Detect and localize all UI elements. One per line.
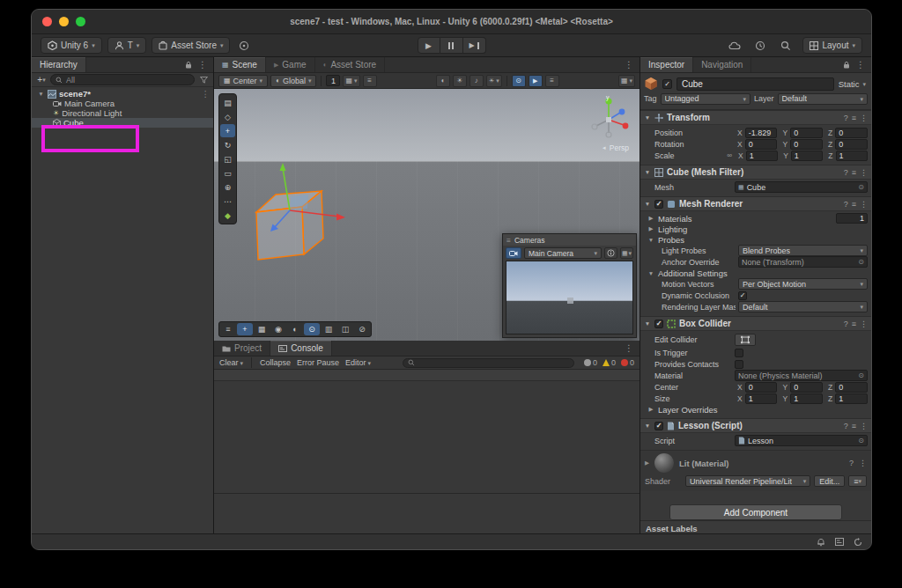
panel-menu-icon[interactable]: ⋮ bbox=[856, 60, 865, 70]
mesh-filter-header[interactable]: ▼ Cube (Mesh Filter) ? ≡ ⋮ bbox=[640, 165, 871, 180]
preset-icon[interactable]: ≡ bbox=[852, 168, 856, 177]
search-filter-icon[interactable] bbox=[197, 74, 210, 85]
center-y-field[interactable]: 0 bbox=[790, 382, 823, 393]
pan-tool[interactable]: ◇ bbox=[220, 110, 235, 123]
drag-handle-icon[interactable]: ≡ bbox=[506, 236, 511, 245]
audio-toggle[interactable]: ♪ bbox=[469, 75, 484, 87]
preset-icon[interactable]: ≡ bbox=[852, 114, 856, 122]
component-enabled-checkbox[interactable]: ✓ bbox=[654, 320, 663, 328]
component-tools-icon[interactable]: ≡ bbox=[545, 75, 559, 87]
foldout-open-icon[interactable]: ▼ bbox=[644, 169, 651, 175]
size-z-field[interactable]: 1 bbox=[835, 393, 868, 404]
pause-button[interactable] bbox=[440, 37, 463, 54]
component-menu-icon[interactable]: ⋮ bbox=[859, 459, 867, 467]
camera-select-dropdown[interactable]: Main Camera ▾ bbox=[524, 247, 602, 259]
tool-handle-position-dropdown[interactable]: ▦ Center ▾ bbox=[218, 75, 268, 87]
overlay-menu-icon[interactable]: ≡ bbox=[220, 323, 236, 335]
lighting-toggle[interactable]: ☀ bbox=[453, 75, 467, 87]
foldout-open-icon[interactable]: ▼ bbox=[644, 320, 651, 327]
warning-count-toggle[interactable]: 0 bbox=[603, 358, 616, 367]
component-enabled-checkbox[interactable]: ✓ bbox=[654, 422, 663, 430]
lock-icon[interactable] bbox=[185, 61, 192, 69]
panel-menu-icon[interactable]: ⋮ bbox=[625, 343, 633, 353]
script-object-field[interactable]: Lesson ⊙ bbox=[735, 435, 868, 446]
snap-overlay-icon[interactable]: ◉ bbox=[270, 323, 286, 335]
mesh-object-field[interactable]: ▦ Cube ⊙ bbox=[735, 181, 868, 193]
position-x-field[interactable]: -1.829 bbox=[745, 128, 778, 138]
position-y-field[interactable]: 0 bbox=[790, 128, 823, 138]
info-count-toggle[interactable]: 0 bbox=[584, 358, 597, 367]
move-overlay-icon[interactable]: + bbox=[237, 323, 253, 335]
tab-project[interactable]: Project bbox=[214, 341, 270, 356]
lighting-foldout[interactable]: ▶ Lighting bbox=[644, 224, 868, 234]
tab-hierarchy[interactable]: Hierarchy bbox=[32, 57, 86, 72]
console-search-input[interactable] bbox=[403, 358, 574, 368]
scene-camera-settings-icon[interactable]: ▶ bbox=[529, 75, 543, 87]
hierarchy-item-directional-light[interactable]: ☀ Directional Light bbox=[32, 108, 213, 118]
shader-dropdown[interactable]: Universal Render Pipeline/Lit ▾ bbox=[685, 475, 810, 487]
hierarchy-item-cube[interactable]: Cube bbox=[32, 118, 213, 128]
camera-view-toggle[interactable] bbox=[506, 247, 521, 259]
lock-icon[interactable] bbox=[843, 61, 850, 69]
add-component-button[interactable]: Add Component bbox=[669, 504, 842, 520]
perspective-label[interactable]: ◄ Persp bbox=[602, 143, 629, 152]
error-pause-toggle[interactable]: Error Pause bbox=[297, 358, 339, 367]
cameras-overlay-icon[interactable]: ◫ bbox=[337, 323, 353, 335]
motion-vectors-dropdown[interactable]: Per Object Motion ▾ bbox=[738, 278, 868, 290]
object-picker-icon[interactable]: ⊙ bbox=[858, 371, 864, 379]
hierarchy-item-main-camera[interactable]: Main Camera bbox=[32, 99, 213, 108]
selected-cube-object[interactable] bbox=[239, 161, 371, 271]
effects-dropdown[interactable]: ☀ ▾ bbox=[486, 75, 502, 87]
plugin-icon[interactable] bbox=[235, 37, 253, 54]
gameobject-name-field[interactable]: Cube bbox=[676, 77, 834, 91]
console-status-icon[interactable] bbox=[835, 538, 844, 546]
foldout-open-icon[interactable]: ▼ bbox=[37, 91, 45, 97]
panel-menu-icon[interactable]: ⋮ bbox=[625, 60, 633, 70]
position-z-field[interactable]: 0 bbox=[835, 128, 868, 138]
help-icon[interactable]: ? bbox=[844, 114, 848, 122]
probes-foldout[interactable]: ▼ Probes bbox=[644, 234, 868, 245]
anchor-override-field[interactable]: None (Transform) ⊙ bbox=[738, 256, 868, 268]
help-icon[interactable]: ? bbox=[844, 320, 848, 328]
box-collider-header[interactable]: ▼ ✓ Box Collider ? ≡ ⋮ bbox=[640, 317, 871, 331]
progress-refresh-icon[interactable] bbox=[854, 538, 862, 547]
step-button[interactable]: ▶ bbox=[463, 37, 486, 54]
rotation-x-field[interactable]: 0 bbox=[745, 139, 778, 150]
layer-overrides-foldout[interactable]: ▶ Layer Overrides bbox=[644, 404, 868, 415]
light-probes-dropdown[interactable]: Blend Probes ▾ bbox=[738, 245, 868, 256]
search-icon[interactable] bbox=[777, 37, 795, 54]
search-overlay-icon[interactable]: ⊙ bbox=[304, 323, 320, 335]
object-picker-icon[interactable]: ⊙ bbox=[858, 437, 864, 445]
play-button[interactable]: ▶ bbox=[418, 37, 440, 54]
foldout-open-icon[interactable]: ▼ bbox=[644, 201, 651, 207]
edit-collider-button[interactable] bbox=[735, 334, 756, 346]
help-icon[interactable]: ? bbox=[849, 459, 854, 467]
tab-asset-store[interactable]: ◐ Asset Store bbox=[315, 57, 386, 72]
component-menu-icon[interactable]: ⋮ bbox=[860, 114, 868, 122]
size-x-field[interactable]: 1 bbox=[745, 393, 778, 404]
tab-console[interactable]: Console bbox=[270, 341, 332, 356]
minimize-button[interactable] bbox=[59, 17, 69, 26]
notification-bell-icon[interactable] bbox=[817, 537, 825, 547]
tab-inspector[interactable]: Inspector bbox=[640, 57, 693, 72]
help-icon[interactable]: ? bbox=[844, 200, 848, 209]
asset-store-button[interactable]: Asset Store ▾ bbox=[152, 37, 230, 54]
rotation-y-field[interactable]: 0 bbox=[790, 139, 823, 150]
foldout-open-icon[interactable]: ▼ bbox=[644, 423, 651, 429]
grid-snap-toggle[interactable]: ▦ ▾ bbox=[343, 75, 359, 87]
is-trigger-checkbox[interactable] bbox=[735, 349, 743, 357]
rendering-layer-mask-dropdown[interactable]: Default ▾ bbox=[738, 301, 868, 312]
history-icon[interactable] bbox=[751, 37, 769, 54]
scale-y-field[interactable]: 1 bbox=[791, 151, 823, 161]
cloud-icon[interactable] bbox=[726, 37, 743, 54]
foldout-open-icon[interactable]: ▼ bbox=[644, 114, 651, 121]
hidden-overlay-icon[interactable]: ⊘ bbox=[354, 323, 370, 335]
rect-tool[interactable]: ▭ bbox=[220, 166, 235, 180]
lesson-script-header[interactable]: ▼ ✓ Lesson (Script) ? ≡ ⋮ bbox=[640, 419, 871, 433]
additional-settings-foldout[interactable]: ▼ Additional Settings bbox=[644, 268, 868, 278]
gizmos-dropdown[interactable]: ▦ ▾ bbox=[618, 75, 635, 87]
account-button[interactable]: T ▾ bbox=[107, 37, 147, 54]
active-checkbox[interactable]: ✓ bbox=[662, 79, 672, 89]
center-z-field[interactable]: 0 bbox=[835, 382, 868, 393]
scale-z-field[interactable]: 1 bbox=[836, 151, 868, 161]
